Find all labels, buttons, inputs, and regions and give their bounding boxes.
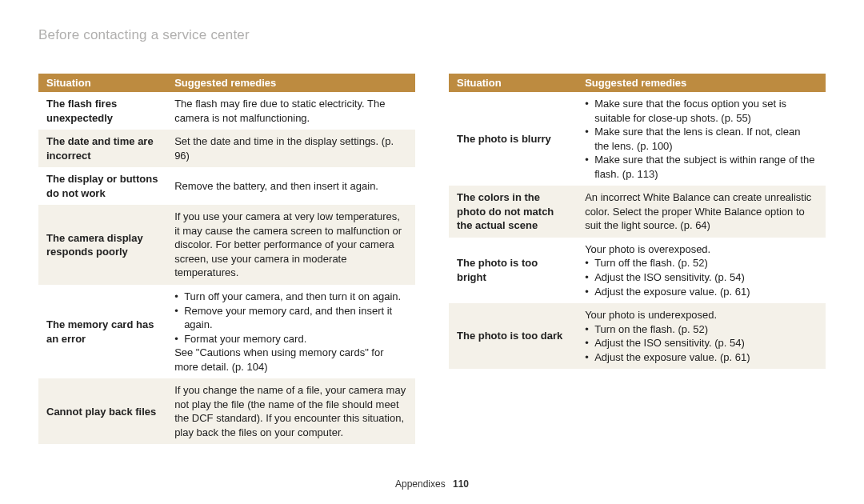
table-row: The photo is too darkYour photo is under…	[449, 303, 826, 369]
remedy-cell: Remove the battery, and then insert it a…	[166, 167, 415, 205]
situation-cell: The display or buttons do not work	[38, 167, 166, 205]
remedy-text: An incorrect White Balance can create un…	[585, 190, 818, 233]
footer-section: Appendixes	[395, 478, 446, 490]
remedy-bullet: Make sure that the focus option you set …	[585, 97, 818, 125]
remedy-text: If you use your camera at very low tempe…	[174, 210, 407, 280]
remedy-bullet: Turn on the flash. (p. 52)	[585, 322, 818, 337]
footer-page-number: 110	[453, 478, 469, 490]
remedy-bullets: Turn off your camera, and then turn it o…	[174, 290, 407, 346]
remedy-text: If you change the name of a file, your c…	[174, 383, 407, 439]
remedy-cell: Your photo is overexposed.Turn off the f…	[577, 238, 826, 303]
table-row: The memory card has an errorTurn off you…	[38, 285, 415, 378]
right-column: Situation Suggested remedies The photo i…	[449, 74, 826, 444]
remedy-bullet: Turn off your camera, and then turn it o…	[174, 290, 407, 304]
troubleshoot-table-left: Situation Suggested remedies The flash f…	[38, 74, 415, 444]
page-title: Before contacting a service center	[38, 27, 826, 43]
situation-cell: Cannot play back files	[38, 378, 166, 444]
remedy-bullet: Make sure that the subject is within ran…	[585, 153, 818, 181]
remedy-cell: The flash may fire due to static electri…	[166, 92, 415, 130]
troubleshoot-table-right: Situation Suggested remedies The photo i…	[449, 74, 826, 369]
remedy-bullets: Turn off the flash. (p. 52)Adjust the IS…	[585, 256, 818, 298]
remedy-bullet: Adjust the ISO sensitivity. (p. 54)	[585, 336, 818, 350]
remedy-bullet: Adjust the ISO sensitivity. (p. 54)	[585, 270, 818, 285]
table-row: Cannot play back filesIf you change the …	[38, 378, 415, 444]
remedy-cell: If you use your camera at very low tempe…	[166, 205, 415, 285]
remedy-cell: Turn off your camera, and then turn it o…	[166, 285, 415, 378]
remedy-text: Remove the battery, and then insert it a…	[174, 179, 407, 194]
remedy-bullet: Format your memory card.	[174, 332, 407, 346]
situation-cell: The camera display responds poorly	[38, 205, 166, 285]
table-row: The display or buttons do not workRemove…	[38, 167, 415, 205]
situation-cell: The flash fires unexpectedly	[38, 92, 166, 130]
content-columns: Situation Suggested remedies The flash f…	[38, 74, 826, 444]
remedy-text: See "Cautions when using memory cards" f…	[174, 346, 407, 374]
remedy-text: Your photo is underexposed.	[585, 308, 818, 322]
table-row: The flash fires unexpectedlyThe flash ma…	[38, 92, 415, 130]
remedy-cell: Your photo is underexposed.Turn on the f…	[577, 303, 826, 369]
remedy-bullet: Adjust the exposure value. (p. 61)	[585, 350, 818, 365]
remedy-text: The flash may fire due to static electri…	[174, 97, 407, 125]
situation-cell: The photo is too dark	[449, 303, 577, 369]
situation-cell: The date and time are incorrect	[38, 130, 166, 167]
situation-cell: The memory card has an error	[38, 285, 166, 378]
page-footer: Appendixes 110	[0, 478, 864, 490]
col-header-situation: Situation	[38, 74, 166, 92]
table-row: The camera display responds poorlyIf you…	[38, 205, 415, 285]
remedy-bullet: Adjust the exposure value. (p. 61)	[585, 285, 818, 299]
remedy-cell: If you change the name of a file, your c…	[166, 378, 415, 444]
remedy-bullet: Turn off the flash. (p. 52)	[585, 256, 818, 270]
table-row: The date and time are incorrectSet the d…	[38, 130, 415, 167]
situation-cell: The colors in the photo do not match the…	[449, 186, 577, 238]
remedy-bullet: Remove your memory card, and then insert…	[174, 304, 407, 332]
remedy-cell: Make sure that the focus option you set …	[577, 92, 826, 186]
remedy-cell: An incorrect White Balance can create un…	[577, 186, 826, 238]
col-header-remedies: Suggested remedies	[577, 74, 826, 92]
remedy-cell: Set the date and time in the display set…	[166, 130, 415, 167]
situation-cell: The photo is blurry	[449, 92, 577, 186]
table-row: The colors in the photo do not match the…	[449, 186, 826, 238]
situation-cell: The photo is too bright	[449, 238, 577, 303]
left-column: Situation Suggested remedies The flash f…	[38, 74, 415, 444]
col-header-situation: Situation	[449, 74, 577, 92]
remedy-text: Your photo is overexposed.	[585, 242, 818, 257]
remedy-text: Set the date and time in the display set…	[174, 134, 407, 162]
remedy-bullet: Make sure that the lens is clean. If not…	[585, 125, 818, 153]
col-header-remedies: Suggested remedies	[166, 74, 415, 92]
remedy-bullets: Turn on the flash. (p. 52)Adjust the ISO…	[585, 322, 818, 365]
table-row: The photo is blurryMake sure that the fo…	[449, 92, 826, 186]
remedy-bullets: Make sure that the focus option you set …	[585, 97, 818, 181]
table-row: The photo is too brightYour photo is ove…	[449, 238, 826, 303]
